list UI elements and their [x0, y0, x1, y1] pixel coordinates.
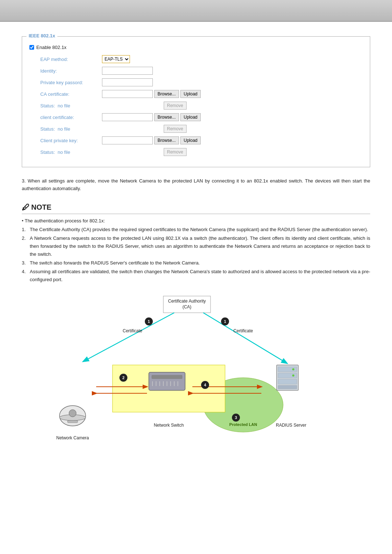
svg-point-47: [292, 374, 294, 377]
eap-method-label: EAP method:: [40, 57, 102, 62]
svg-rect-1: [113, 365, 225, 412]
svg-text:Protected LAN: Protected LAN: [229, 422, 257, 427]
note-item-1: 1. The Certificate Authority (CA) provid…: [22, 226, 370, 234]
svg-text:4: 4: [204, 383, 207, 387]
page-content: IEEE 802.1x Enable 802.1x EAP method: EA…: [0, 22, 392, 554]
note-item-3-num: 3.: [22, 259, 28, 267]
private-key-input[interactable]: [102, 78, 153, 86]
svg-text:Certificate: Certificate: [233, 328, 253, 333]
ca-cert-browse-btn[interactable]: Browse...: [154, 90, 179, 98]
svg-point-19: [232, 414, 240, 422]
client-cert-browse-btn[interactable]: Browse...: [154, 113, 179, 121]
client-private-input[interactable]: [102, 136, 153, 144]
client-remove-btn[interactable]: Remove: [164, 125, 187, 133]
client-private-status-row: Status: no file Remove: [40, 148, 373, 156]
svg-point-11: [145, 317, 153, 325]
svg-point-17: [201, 381, 209, 389]
identity-row: Identity:: [40, 67, 373, 75]
note-section: 🖊 NOTE • The authentication process for …: [22, 203, 370, 284]
note-item-4-num: 4.: [22, 268, 28, 284]
client-status-row: Status: no file Remove: [40, 125, 373, 133]
note-header: 🖊 NOTE: [22, 203, 370, 214]
note-bullet: • The authentication process for 802.1x:: [22, 217, 370, 225]
ieee-802x-box: IEEE 802.1x Enable 802.1x EAP method: EA…: [22, 36, 370, 167]
identity-input[interactable]: [102, 67, 153, 75]
ca-status-row: Status: no file Remove: [40, 102, 373, 110]
svg-point-15: [119, 374, 127, 382]
svg-point-0: [203, 378, 283, 432]
svg-text:Network Switch: Network Switch: [154, 423, 184, 428]
svg-point-13: [221, 317, 229, 325]
svg-text:2: 2: [122, 376, 124, 380]
client-cert-row: client certificate: Browse... Upload: [40, 113, 373, 121]
eap-method-row: EAP method: EAP-TLS: [40, 55, 373, 63]
top-bar: [0, 0, 392, 22]
client-private-remove-btn[interactable]: Remove: [164, 148, 187, 156]
svg-rect-32: [152, 375, 182, 379]
enable-802x-checkbox[interactable]: [29, 45, 34, 50]
note-item-1-num: 1.: [22, 226, 28, 234]
svg-line-6: [203, 313, 287, 363]
client-cert-input[interactable]: [102, 113, 153, 121]
ca-remove-btn[interactable]: Remove: [164, 102, 187, 110]
ca-status-label: Status: no file: [40, 103, 102, 108]
private-key-label: Private key passord:: [40, 80, 102, 85]
note-item-4-text: Assuming all certificates are validated,…: [30, 268, 370, 284]
svg-text:(CA): (CA): [183, 304, 192, 309]
note-item-2-num: 2.: [22, 234, 28, 258]
enable-802x-label: Enable 802.1x: [36, 45, 66, 50]
svg-text:Network Camera: Network Camera: [56, 435, 89, 440]
client-cert-upload-btn[interactable]: Upload: [180, 113, 201, 121]
svg-text:1: 1: [148, 319, 150, 324]
form-table: EAP method: EAP-TLS Identity: Private ke…: [40, 55, 373, 156]
svg-rect-45: [278, 385, 297, 389]
client-private-browse-btn[interactable]: Browse...: [154, 136, 179, 144]
svg-point-28: [60, 415, 86, 420]
note-item-4: 4. Assuming all certificates are validat…: [22, 268, 370, 284]
svg-rect-30: [68, 420, 78, 423]
client-cert-inputs: Browse... Upload: [102, 113, 201, 121]
client-private-label: Client private key:: [40, 138, 102, 143]
svg-text:Certificate Authority: Certificate Authority: [168, 299, 206, 304]
svg-rect-2: [163, 296, 211, 313]
diagram-svg: Certificate Authority (CA): [40, 292, 352, 445]
client-private-upload-btn[interactable]: Upload: [180, 136, 201, 144]
svg-text:3: 3: [235, 415, 237, 420]
note-list: • The authentication process for 802.1x:…: [22, 217, 370, 284]
svg-rect-42: [278, 367, 297, 372]
enable-row: Enable 802.1x: [29, 45, 363, 50]
note-item-2-text: A Network Camera requests access to the …: [30, 234, 370, 258]
step3-text: 3. When all settings are complete, move …: [22, 177, 370, 193]
svg-point-29: [69, 410, 76, 417]
step3-number: 3.: [22, 178, 26, 184]
ca-cert-input[interactable]: [102, 90, 153, 98]
svg-point-46: [292, 368, 294, 370]
note-item-3-text: The switch also forwards the RADIUS Serv…: [30, 259, 200, 267]
client-private-inputs: Browse... Upload: [102, 136, 201, 144]
note-item-1-text: The Certificate Authority (CA) provides …: [30, 226, 368, 234]
svg-rect-44: [278, 379, 297, 384]
client-private-status-label: Status: no file: [40, 149, 102, 155]
ca-cert-upload-btn[interactable]: Upload: [180, 90, 201, 98]
ca-cert-label: CA certificate:: [40, 91, 102, 97]
svg-rect-31: [149, 372, 185, 390]
ca-cert-inputs: Browse... Upload: [102, 90, 201, 98]
note-item-2: 2. A Network Camera requests access to t…: [22, 234, 370, 258]
step3-body: When all settings are complete, move the…: [22, 178, 370, 191]
svg-point-27: [60, 406, 86, 426]
svg-text:Certificate: Certificate: [123, 328, 142, 333]
diagram-container: Certificate Authority (CA): [40, 292, 352, 445]
ieee-box-title: IEEE 802.1x: [26, 33, 57, 38]
note-title: NOTE: [31, 203, 52, 212]
client-status-label: Status: no file: [40, 126, 102, 132]
private-key-row: Private key passord:: [40, 78, 373, 86]
svg-rect-41: [277, 365, 298, 390]
client-cert-label: client certificate:: [40, 115, 102, 120]
svg-text:RADIUS Server: RADIUS Server: [276, 423, 306, 428]
note-item-3: 3. The switch also forwards the RADIUS S…: [22, 259, 370, 267]
svg-text:1: 1: [224, 319, 226, 324]
svg-line-5: [83, 313, 174, 361]
eap-method-select[interactable]: EAP-TLS: [102, 55, 130, 63]
client-private-row: Client private key: Browse... Upload: [40, 136, 373, 144]
note-icon: 🖊: [22, 203, 30, 212]
